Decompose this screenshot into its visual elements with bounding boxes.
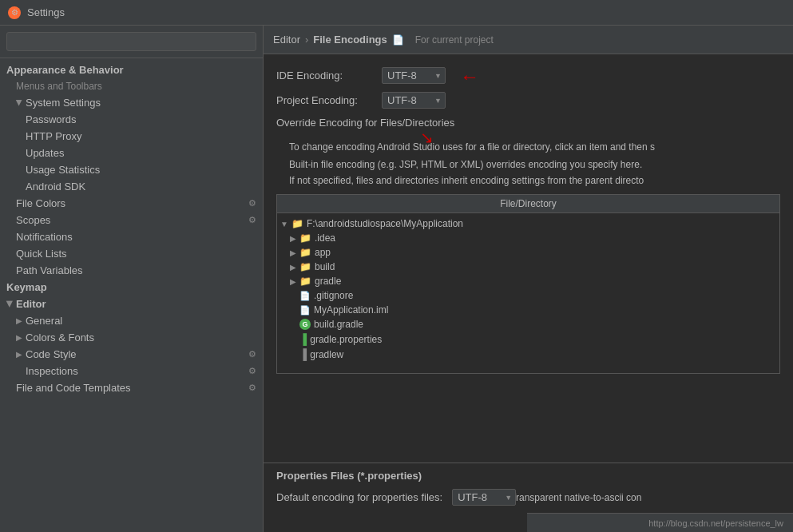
ide-encoding-select-wrapper[interactable]: UTF-8 ▼	[382, 67, 446, 84]
file-row[interactable]: ▶ 📁 gradle	[277, 274, 779, 288]
breadcrumb-current: File Encodings	[313, 34, 387, 46]
app-icon: ⚙	[8, 6, 21, 19]
sidebar-item-file-colors[interactable]: File Colors ⚙	[0, 195, 263, 212]
file-label: build.gradle	[314, 319, 363, 330]
file-icon: 📄	[392, 34, 404, 46]
content-wrapper: IDE Encoding: UTF-8 ▼ ← Project Encoding…	[264, 54, 793, 532]
content-header: Editor › File Encodings 📄 For current pr…	[264, 26, 793, 54]
search-bar[interactable]	[0, 26, 263, 58]
override-title: Override Encoding for Files/Directories	[276, 117, 454, 129]
expand-arrow-icon: ▼	[280, 220, 288, 228]
gradlew-icon: ▐	[299, 348, 307, 360]
folder-icon: 📁	[299, 261, 311, 272]
sidebar-item-editor[interactable]: ▶ Editor	[0, 296, 263, 312]
folder-icon: 📁	[299, 276, 311, 287]
info-text-2: Built-in file encoding (e.g. JSP, HTML o…	[276, 157, 780, 172]
sidebar-item-notifications[interactable]: Notifications	[0, 228, 263, 245]
sidebar-item-appearance-behavior[interactable]: Appearance & Behavior	[0, 62, 263, 78]
title-bar: ⚙ Settings	[0, 0, 793, 26]
sidebar-item-http-proxy[interactable]: HTTP Proxy	[0, 128, 263, 145]
expand-arrow-icon: ▶	[290, 234, 296, 243]
sidebar-item-label: Code Style	[26, 348, 77, 360]
project-encoding-row: Project Encoding: UTF-8 ▼	[276, 92, 780, 109]
info-text-3: If not specified, files and directories …	[276, 173, 780, 188]
file-icon: 📄	[299, 291, 311, 301]
sidebar-section-appearance: Appearance & Behavior Menus and Toolbars…	[0, 58, 263, 399]
file-row[interactable]: ▶ 📁 build	[277, 260, 779, 274]
gear-icon: ⚙	[248, 215, 256, 225]
ide-encoding-row: IDE Encoding: UTF-8 ▼ ←	[276, 67, 780, 84]
ide-encoding-label: IDE Encoding:	[276, 69, 372, 81]
file-row[interactable]: ▶ G build.gradle	[277, 317, 779, 332]
file-icon: 📄	[299, 305, 311, 316]
sidebar-item-label: Notifications	[16, 231, 73, 243]
default-encoding-select[interactable]: UTF-8	[452, 489, 516, 506]
sidebar-item-label: File and Code Templates	[16, 382, 131, 394]
sidebar-item-label: Colors & Fonts	[26, 332, 94, 343]
file-row[interactable]: ▶ ▐ gradlew	[277, 347, 779, 362]
search-input[interactable]	[6, 32, 256, 51]
gear-icon: ⚙	[248, 383, 256, 393]
file-label: F:\androidstudiospace\MyApplication	[307, 218, 463, 229]
expand-arrow-icon: ▶	[16, 350, 22, 359]
sidebar: Appearance & Behavior Menus and Toolbars…	[0, 26, 264, 532]
file-row[interactable]: ▶ 📁 .idea	[277, 231, 779, 245]
expand-arrow-icon: ▶	[290, 263, 296, 272]
transparent-checkbox-wrap[interactable]: Transparent native-to-ascii con	[495, 492, 641, 503]
sidebar-item-system-settings[interactable]: ▶ System Settings	[0, 94, 263, 111]
breadcrumb-note: For current project	[415, 34, 494, 46]
info-text-1: To change encoding Android Studio uses f…	[276, 140, 780, 154]
transparent-label: Transparent native-to-ascii con	[510, 492, 641, 503]
status-url: http://blog.csdn.net/persistence_lw	[648, 518, 783, 528]
file-row[interactable]: ▶ 📄 .gitignore	[277, 288, 779, 303]
breadcrumb-separator: ›	[305, 34, 308, 46]
sidebar-item-file-code-templates[interactable]: File and Code Templates ⚙	[0, 379, 263, 396]
project-encoding-select[interactable]: UTF-8	[382, 92, 446, 109]
file-table-header: File/Directory	[277, 195, 779, 213]
folder-icon: 📁	[291, 218, 303, 229]
main-layout: Appearance & Behavior Menus and Toolbars…	[0, 26, 793, 532]
sidebar-item-menus-toolbars[interactable]: Menus and Toolbars	[0, 78, 263, 94]
file-label: gradle.properties	[310, 334, 382, 345]
sidebar-item-label: Path Variables	[16, 264, 83, 276]
properties-section: Properties Files (*.properties) Default …	[264, 463, 793, 513]
gradle-props-icon: ▐	[299, 333, 307, 345]
sidebar-item-label: Appearance & Behavior	[6, 64, 124, 76]
sidebar-item-android-sdk[interactable]: Android SDK	[0, 178, 263, 195]
sidebar-item-inspections[interactable]: Inspections ⚙	[0, 363, 263, 379]
sidebar-item-updates[interactable]: Updates	[0, 145, 263, 161]
file-label: app	[315, 247, 331, 258]
annotation-arrow-1: ←	[460, 66, 479, 88]
project-encoding-select-wrapper[interactable]: UTF-8 ▼	[382, 92, 446, 109]
project-encoding-label: Project Encoding:	[276, 94, 372, 106]
file-label: gradlew	[310, 349, 343, 360]
file-row[interactable]: ▼ 📁 F:\androidstudiospace\MyApplication	[277, 216, 779, 231]
sidebar-item-label: Android SDK	[26, 181, 85, 193]
sidebar-item-label: Keymap	[6, 281, 47, 293]
sidebar-item-path-variables[interactable]: Path Variables	[0, 262, 263, 279]
content-area: Editor › File Encodings 📄 For current pr…	[264, 26, 793, 532]
content-body: IDE Encoding: UTF-8 ▼ ← Project Encoding…	[264, 54, 793, 387]
file-tree: ▼ 📁 F:\androidstudiospace\MyApplication …	[277, 213, 779, 373]
ide-encoding-select[interactable]: UTF-8	[382, 67, 446, 84]
file-row[interactable]: ▶ 📁 app	[277, 245, 779, 260]
sidebar-item-passwords[interactable]: Passwords	[0, 111, 263, 128]
sidebar-item-colors-fonts[interactable]: ▶ Colors & Fonts	[0, 329, 263, 346]
sidebar-item-scopes[interactable]: Scopes ⚙	[0, 212, 263, 228]
sidebar-item-general[interactable]: ▶ General	[0, 312, 263, 329]
sidebar-item-code-style[interactable]: ▶ Code Style ⚙	[0, 346, 263, 363]
file-label: .idea	[315, 232, 335, 244]
sidebar-item-label: Editor	[16, 298, 46, 310]
sidebar-item-usage-statistics[interactable]: Usage Statistics	[0, 161, 263, 178]
gear-icon: ⚙	[248, 349, 256, 359]
expand-arrow-icon: ▶	[16, 333, 22, 342]
sidebar-item-quick-lists[interactable]: Quick Lists	[0, 245, 263, 262]
file-row[interactable]: ▶ 📄 MyApplication.iml	[277, 303, 779, 317]
expand-arrow-icon: ▶	[15, 100, 24, 106]
file-label: build	[315, 261, 335, 272]
file-row[interactable]: ▶ ▐ gradle.properties	[277, 332, 779, 347]
sidebar-item-keymap[interactable]: Keymap	[0, 279, 263, 296]
sidebar-item-label: Inspections	[26, 365, 78, 377]
default-encoding-select-wrapper[interactable]: UTF-8 ▼	[452, 489, 516, 506]
default-encoding-label: Default encoding for properties files:	[276, 491, 442, 503]
